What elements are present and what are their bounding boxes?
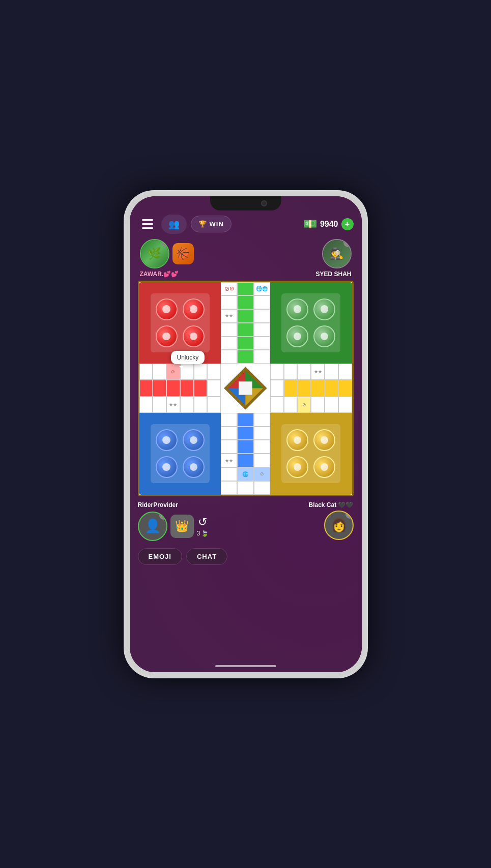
piece-blue-3 [156, 456, 178, 478]
dice-count: 3 🍃 [197, 530, 209, 537]
ludo-board: ⊘ 🌐 ★ [138, 281, 354, 496]
avatar-bottom-left-photo: 👤 🎁 [138, 512, 167, 541]
home-zone-green [270, 282, 352, 364]
piece-red-3 [156, 325, 178, 347]
crown-icon: 👑 [170, 515, 194, 538]
player-bottom-left: RiderProvider 👤 🎁 👑 ↺ 3 [138, 501, 228, 565]
piece-red-1 [156, 298, 178, 320]
plus-icon: + [345, 220, 350, 229]
center-diamond [221, 364, 270, 412]
player-top-right: 🕵️ 🎁 SYED SHAH [315, 239, 351, 278]
bottom-players: RiderProvider 👤 🎁 👑 ↺ 3 [130, 496, 362, 570]
piece-red-2 [183, 298, 205, 320]
path-left: ⊘ ★ [139, 364, 221, 412]
piece-yellow-3 [286, 456, 308, 478]
home-zone-blue [139, 413, 221, 495]
hamburger-line-3 [142, 227, 153, 229]
coin-count: 9940 [320, 220, 338, 229]
piece-green-3 [286, 325, 308, 347]
path-right: ★ ⊘ [270, 364, 352, 412]
coins-area: 💵 9940 + [303, 218, 354, 231]
friends-icon: 👥 [168, 219, 180, 230]
piece-blue-2 [183, 429, 205, 451]
board-container: ⊘ 🌐 ★ [138, 281, 354, 496]
win-label: WIN [210, 220, 224, 228]
add-coin-button[interactable]: + [341, 218, 354, 230]
dice-area: ↺ 3 🍃 [197, 516, 209, 537]
piece-green-4 [313, 325, 335, 347]
camera [261, 200, 267, 206]
player-name-bottom-right: Black Cat 🖤🖤 [308, 501, 353, 508]
player-name-bottom-left: RiderProvider [138, 501, 228, 508]
piece-blue-1 [156, 429, 178, 451]
bottom-row: RiderProvider 👤 🎁 👑 ↺ 3 [138, 501, 354, 565]
leaf-icon: 🍃 [201, 530, 209, 537]
hamburger-button[interactable] [138, 215, 157, 234]
piece-red-4 [183, 325, 205, 347]
player-name-top-left: ZAWAR.💕💕 [140, 271, 179, 278]
home-inner-green [281, 293, 340, 352]
home-inner-red [151, 293, 210, 352]
top-players-row: 🌿 🎁 🏀 ZAWAR.💕💕 🕵️ 🎁 SYED SHAH [130, 239, 362, 278]
action-buttons: EMOJI CHAT [138, 548, 228, 565]
player-bottom-right: Black Cat 🖤🖤 👩 🎁 [308, 501, 353, 540]
player-name-top-right: SYED SHAH [315, 271, 351, 278]
trophy-icon: 🏆 [198, 220, 207, 228]
coin-icon: 💵 [303, 218, 317, 231]
win-button[interactable]: 🏆 WIN [191, 216, 232, 232]
home-inner-yellow [281, 424, 340, 483]
svg-marker-5 [239, 381, 252, 395]
dice-number: 3 [197, 530, 200, 537]
bottom-left-avatars: 👤 🎁 👑 ↺ 3 🍃 [138, 512, 228, 541]
home-zone-yellow [270, 413, 352, 495]
gift-badge-bottom-left: 🎁 [159, 512, 167, 520]
phone-inner: 👥 🏆 WIN 💵 9940 + [130, 196, 362, 672]
piece-green-1 [286, 298, 308, 320]
dice-refresh-icon[interactable]: ↺ [198, 516, 207, 529]
screen: 👥 🏆 WIN 💵 9940 + [130, 196, 362, 672]
piece-blue-4 [183, 456, 205, 478]
hamburger-line-1 [142, 219, 153, 221]
emoji-button[interactable]: EMOJI [138, 548, 182, 565]
home-inner-blue [151, 424, 210, 483]
phone-frame: 👥 🏆 WIN 💵 9940 + [124, 190, 368, 678]
home-bar [215, 665, 276, 667]
avatar-bottom-right-photo: 👩 🎁 [324, 511, 354, 540]
unlucky-text: Unlucky [177, 354, 199, 361]
piece-yellow-2 [313, 429, 335, 451]
gift-badge-top-right: 🎁 [343, 239, 352, 247]
avatar-top-right: 🕵️ 🎁 [322, 239, 352, 268]
gift-badge-top-left: 🎁 [161, 239, 169, 247]
player-top-left-avatars: 🌿 🎁 🏀 [140, 239, 194, 268]
notch [210, 196, 281, 211]
speech-bubble: Unlucky [171, 351, 205, 364]
gift-badge-bottom-right: 🎁 [345, 511, 354, 519]
piece-yellow-1 [286, 429, 308, 451]
piece-green-2 [313, 298, 335, 320]
chat-button[interactable]: CHAT [186, 548, 227, 565]
path-bottom: ★ 🌐 ⊘ [221, 413, 270, 495]
avatar-top-left: 🌿 🎁 [140, 239, 169, 268]
center-diamond-svg [223, 366, 268, 410]
hamburger-line-2 [142, 223, 153, 225]
friends-button[interactable]: 👥 [161, 215, 187, 234]
path-top: ⊘ 🌐 ★ [221, 282, 270, 364]
basketball-icon: 🏀 [172, 243, 194, 264]
player-top-left: 🌿 🎁 🏀 ZAWAR.💕💕 [140, 239, 194, 278]
piece-yellow-4 [313, 456, 335, 478]
